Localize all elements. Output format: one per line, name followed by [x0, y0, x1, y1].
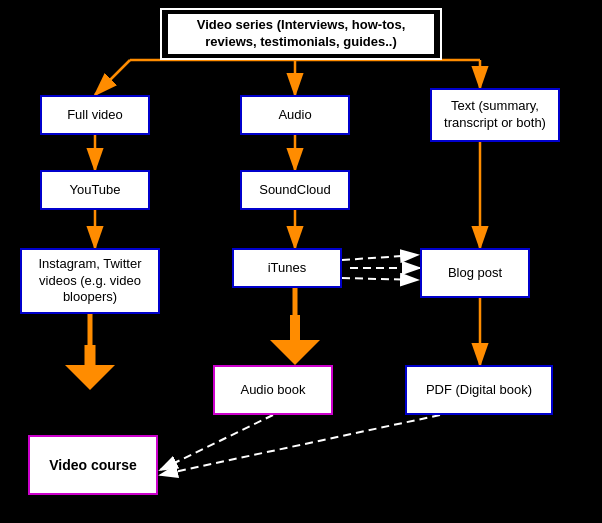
audio-book-node: Audio book	[213, 365, 333, 415]
youtube-label: YouTube	[69, 182, 120, 199]
blog-post-label: Blog post	[448, 265, 502, 282]
soundcloud-label: SoundCloud	[259, 182, 331, 199]
itunes-node: iTunes	[232, 248, 342, 288]
svg-line-5	[95, 60, 130, 95]
full-video-node: Full video	[40, 95, 150, 135]
pdf-book-node: PDF (Digital book)	[405, 365, 553, 415]
youtube-node: YouTube	[40, 170, 150, 210]
svg-line-21	[160, 415, 273, 470]
svg-marker-20	[65, 365, 115, 390]
svg-line-24	[342, 255, 418, 260]
svg-marker-15	[270, 340, 320, 365]
blog-post-node: Blog post	[420, 248, 530, 298]
svg-line-25	[342, 278, 418, 280]
audio-book-label: Audio book	[240, 382, 305, 399]
soundcloud-node: SoundCloud	[240, 170, 350, 210]
itunes-label: iTunes	[268, 260, 307, 277]
svg-line-22	[160, 415, 440, 475]
instagram-label: Instagram, Twitter videos (e.g. video bl…	[28, 256, 152, 307]
video-series-node: Video series (Interviews, how-tos, revie…	[160, 8, 442, 60]
video-course-label: Video course	[49, 456, 137, 474]
video-series-label: Video series (Interviews, how-tos, revie…	[168, 14, 434, 54]
instagram-node: Instagram, Twitter videos (e.g. video bl…	[20, 248, 160, 314]
text-summary-label: Text (summary, transcript or both)	[438, 98, 552, 132]
audio-label: Audio	[278, 107, 311, 124]
diagram: Video series (Interviews, how-tos, revie…	[0, 0, 602, 523]
text-summary-node: Text (summary, transcript or both)	[430, 88, 560, 142]
video-course-node: Video course	[28, 435, 158, 495]
pdf-book-label: PDF (Digital book)	[426, 382, 532, 399]
full-video-label: Full video	[67, 107, 123, 124]
audio-node: Audio	[240, 95, 350, 135]
